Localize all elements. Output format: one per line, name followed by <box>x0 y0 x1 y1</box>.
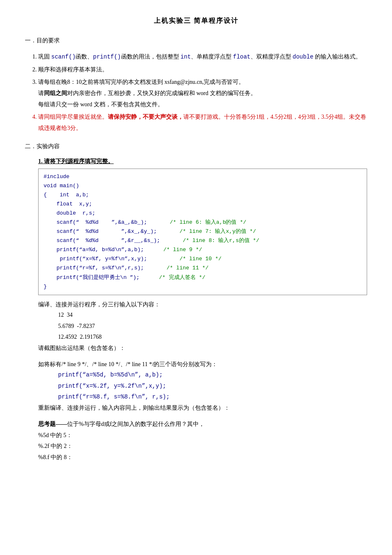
page-title: 上机实验三 简单程序设计 <box>25 17 367 25</box>
code-block: #include void main() { int a,b; float x,… <box>38 169 367 295</box>
int-keyword: int <box>180 54 191 60</box>
input-lines: 12 34 5.6789 -7.8237 12.4592 2.191768 <box>58 310 367 343</box>
think-section: 思考题——位于%与字母d或f之间加入的数字起什么作用？其中， %5d 中的 5：… <box>38 419 367 463</box>
section1-label: 一．目的要求 <box>25 37 60 44</box>
requirement-item-1: 巩固 scanf()函数、printf()函数的用法，包括整型 int、单精度浮… <box>38 51 367 63</box>
requirements-list: 巩固 scanf()函数、printf()函数的用法，包括整型 int、单精度浮… <box>38 51 367 134</box>
section2-header: 二．实验内容 <box>25 141 367 152</box>
float-keyword: float <box>233 54 251 60</box>
run-instructions: 编译、连接并运行程序，分三行输入以下内容： 12 34 5.6789 -7.82… <box>38 299 367 353</box>
requirement-item-3: 请每组在晚8：10之前将填写完毕的本文档发送到 xsfang@zjnu.cn,完… <box>38 77 367 110</box>
modify-section: 如将标有/* line 9 */、/* line 10 */、/* line 1… <box>38 359 367 413</box>
section1-header: 一．目的要求 <box>25 35 367 46</box>
modify-lines: printf(“a=%5d, b=%5d\n”, a,b); printf(“x… <box>58 369 367 403</box>
requirement-item-2: 顺序和选择程序基本算法。 <box>38 64 367 76</box>
scanf-func: scanf() <box>51 54 76 60</box>
requirement-item-4: 请同组同学尽量挨近就坐。请保持安静，不要大声交谈，请不要打游戏。十分答卷5分1组… <box>38 112 367 134</box>
sub1-header: 1. 请将下列源程序填写完整。 <box>38 158 367 165</box>
section2-content: 1. 请将下列源程序填写完整。 #include void main() { i… <box>38 158 367 463</box>
double-keyword: double <box>292 54 313 60</box>
printf-func: printf() <box>93 54 121 60</box>
